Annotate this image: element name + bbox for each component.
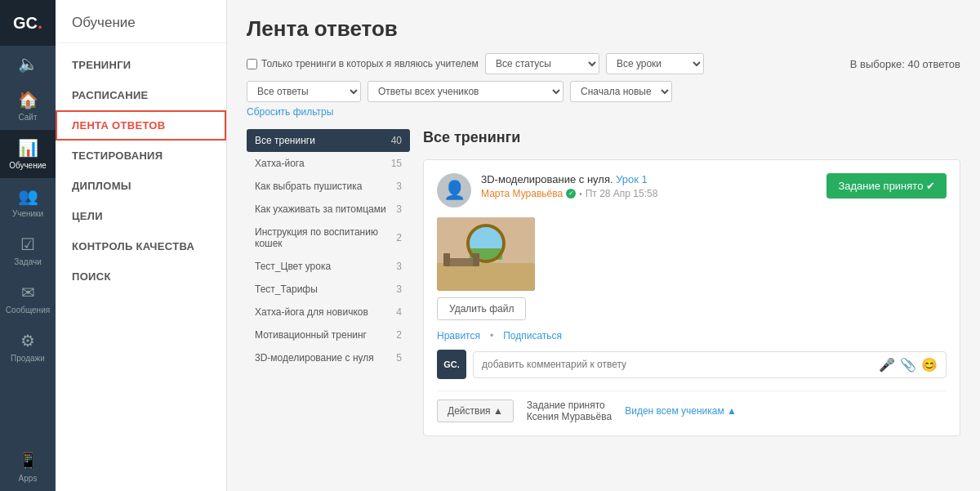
comment-input[interactable] [482, 359, 874, 370]
sidebar-item-site[interactable]: 🏠 Сайт [0, 82, 56, 130]
sidebar-item-sound[interactable]: 🔈 [0, 46, 56, 82]
answer-date: Пт 28 Апр 15:58 [586, 188, 658, 199]
training-count-3: 2 [396, 232, 402, 243]
sidebar-item-goals[interactable]: ЦЕЛИ [56, 201, 226, 231]
training-item-1[interactable]: Как выбрать пушистика 3 [247, 175, 410, 198]
training-item-4[interactable]: Тест_Цвет урока 3 [247, 255, 410, 278]
sidebar-item-answer-feed[interactable]: ЛЕНТА ОТВЕТОВ [56, 110, 226, 141]
text-sidebar: Обучение ТРЕНИНГИ РАСПИСАНИЕ ЛЕНТА ОТВЕТ… [56, 0, 227, 491]
sidebar-item-sales[interactable]: ⚙ Продажи [0, 323, 56, 371]
results-badge: В выборке: 40 ответов [850, 58, 960, 70]
training-item-6[interactable]: Хатха-йога для новичков 4 [247, 301, 410, 324]
answer-user: Марта Муравьёва ✓ • Пт 28 Апр 15:58 [481, 188, 817, 199]
course-text: 3D-моделирование с нуля. [481, 173, 613, 185]
training-item-7[interactable]: Мотивационный тренинг 2 [247, 324, 410, 346]
answer-image-area: Удалить файл [437, 217, 947, 320]
reactions-dot: • [490, 330, 493, 341]
svg-rect-0 [437, 262, 535, 291]
sidebar-item-schedule[interactable]: РАСПИСАНИЕ [56, 80, 226, 110]
sidebar-messages-label: Сообщения [6, 306, 50, 315]
sidebar-students-label: Ученики [12, 209, 43, 218]
training-all-name: Все тренинги [255, 135, 385, 146]
user-avatar-icon: 👤 [443, 180, 466, 201]
comment-input-area: GC. 🎤 📎 😊 [437, 350, 947, 379]
like-link[interactable]: Нравится [437, 330, 480, 341]
lesson-link[interactable]: Урок 1 [616, 173, 648, 185]
education-icon: 📊 [18, 138, 38, 158]
svg-rect-7 [443, 253, 450, 266]
training-item-8[interactable]: 3D-моделирование с нуля 5 [247, 346, 410, 369]
main-content: Лента ответов Только тренинги в которых … [227, 0, 980, 491]
visibility-link[interactable]: Виден всем ученикам ▲ [625, 405, 737, 417]
answer-card: 👤 3D-моделирование с нуля. Урок 1 Марта … [423, 159, 960, 436]
sidebar-item-messages[interactable]: ✉ Сообщения [0, 275, 56, 323]
sidebar-sales-label: Продажи [11, 354, 45, 363]
microphone-icon[interactable]: 🎤 [879, 357, 895, 373]
sidebar-item-apps[interactable]: 📱 Apps [0, 443, 56, 491]
lessons-filter[interactable]: Все уроки [606, 53, 704, 74]
answer-course-link: 3D-моделирование с нуля. Урок 1 [481, 173, 817, 185]
answer-detail: Все тренинги 👤 3D-моделирование с нуля. … [423, 129, 960, 446]
training-count-2: 3 [396, 203, 402, 215]
training-name-3: Инструкция по воспитанию кошек [255, 226, 390, 249]
sidebar-item-tasks[interactable]: ☑ Задачи [0, 226, 56, 275]
training-name-7: Мотивационный тренинг [255, 329, 390, 341]
sidebar-item-quality[interactable]: КОНТРОЛЬ КАЧЕСТВА [56, 231, 226, 261]
answer-image [437, 217, 535, 291]
training-item-5[interactable]: Тест_Тарифы 3 [247, 278, 410, 301]
training-name-2: Как ухаживать за питомцами [255, 203, 390, 215]
only-teacher-filter[interactable]: Только тренинги в которых я являюсь учит… [247, 58, 479, 69]
sort-filter[interactable]: Сначала новые [570, 81, 672, 102]
subscribe-link[interactable]: Подписаться [503, 330, 562, 341]
answer-footer: Действия ▲ Задание принятоЗадание принят… [437, 391, 947, 422]
training-name-6: Хатха-йога для новичков [255, 306, 390, 318]
training-name-0: Хатха-йога [255, 158, 385, 169]
separator-dot: • [579, 190, 582, 199]
verified-icon: ✓ [566, 189, 576, 199]
sound-icon: 🔈 [18, 54, 38, 74]
footer-status: Задание принятоЗадание принято Ксения Му… [527, 399, 612, 422]
comment-input-wrapper: 🎤 📎 😊 [473, 351, 947, 378]
only-teacher-label: Только тренинги в которых я являюсь учит… [261, 58, 479, 69]
training-count-4: 3 [396, 261, 402, 272]
comment-icons: 🎤 📎 😊 [879, 357, 938, 373]
training-all[interactable]: Все тренинги 40 [247, 129, 410, 152]
sidebar-site-label: Сайт [18, 113, 37, 122]
sidebar-item-education[interactable]: 📊 Обучение [0, 130, 56, 178]
sidebar-item-search[interactable]: ПОИСК [56, 261, 226, 292]
home-icon: 🏠 [18, 90, 38, 109]
status-filter[interactable]: Все статусы [485, 53, 599, 74]
training-count-6: 4 [396, 306, 402, 318]
sidebar-item-students[interactable]: 👥 Ученики [0, 178, 56, 226]
reset-filters-link[interactable]: Сбросить фильтры [247, 106, 333, 118]
answer-meta: 3D-моделирование с нуля. Урок 1 Марта Му… [481, 173, 817, 199]
training-name-8: 3D-моделирование с нуля [255, 352, 390, 364]
user-name: Марта Муравьёва [481, 188, 563, 199]
status-button[interactable]: Задание принято ✔ [826, 173, 947, 199]
page-title: Лента ответов [247, 16, 960, 42]
filters-row-2: Все ответы Ответы всех учеников Сначала … [247, 81, 960, 102]
attachment-icon[interactable]: 📎 [900, 357, 916, 373]
training-count-7: 2 [396, 329, 402, 341]
svg-rect-8 [473, 253, 479, 266]
answer-image-svg [437, 217, 535, 291]
sidebar-item-trainings[interactable]: ТРЕНИНГИ [56, 50, 226, 80]
training-count-5: 3 [396, 283, 402, 295]
sidebar-tasks-label: Задачи [14, 257, 42, 266]
only-teacher-checkbox[interactable] [247, 59, 257, 69]
training-count-1: 3 [396, 181, 402, 192]
training-item-3[interactable]: Инструкция по воспитанию кошек 2 [247, 221, 410, 255]
training-item-2[interactable]: Как ухаживать за питомцами 3 [247, 198, 410, 221]
answer-section-title: Все тренинги [423, 129, 960, 146]
filters-row-1: Только тренинги в которых я являюсь учит… [247, 53, 960, 74]
messages-icon: ✉ [21, 283, 35, 302]
training-count-0: 15 [391, 158, 402, 169]
answers-filter[interactable]: Все ответы [247, 81, 361, 102]
students-filter[interactable]: Ответы всех учеников [368, 81, 564, 102]
sidebar-item-diplomas[interactable]: ДИПЛОМЫ [56, 171, 226, 201]
sidebar-item-testing[interactable]: ТЕСТИРОВАНИЯ [56, 141, 226, 171]
delete-file-button[interactable]: Удалить файл [437, 297, 526, 320]
actions-button[interactable]: Действия ▲ [437, 399, 514, 422]
emoji-icon[interactable]: 😊 [921, 357, 938, 373]
training-item-0[interactable]: Хатха-йога 15 [247, 152, 410, 175]
